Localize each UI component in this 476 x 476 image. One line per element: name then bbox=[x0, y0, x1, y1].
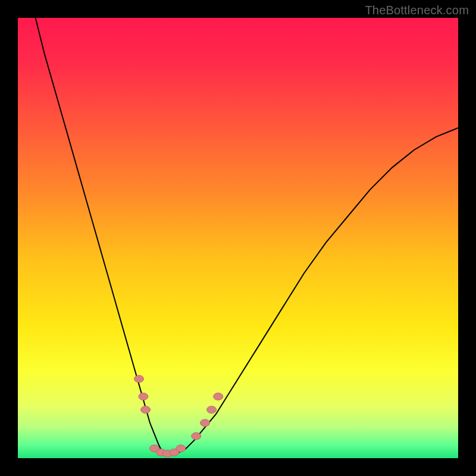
chart-frame: TheBottleneck.com bbox=[0, 0, 476, 476]
curve-marker bbox=[192, 433, 201, 440]
curve-marker bbox=[201, 419, 210, 427]
chart-plot-area bbox=[18, 18, 458, 458]
gradient-background bbox=[18, 18, 458, 458]
watermark-text: TheBottleneck.com bbox=[365, 4, 469, 17]
curve-marker bbox=[134, 375, 144, 383]
curve-marker bbox=[139, 393, 148, 400]
curve-marker bbox=[176, 445, 186, 452]
curve-marker bbox=[207, 406, 217, 414]
curve-marker bbox=[141, 406, 151, 414]
curve-marker bbox=[214, 393, 223, 400]
bottleneck-chart bbox=[18, 18, 458, 458]
